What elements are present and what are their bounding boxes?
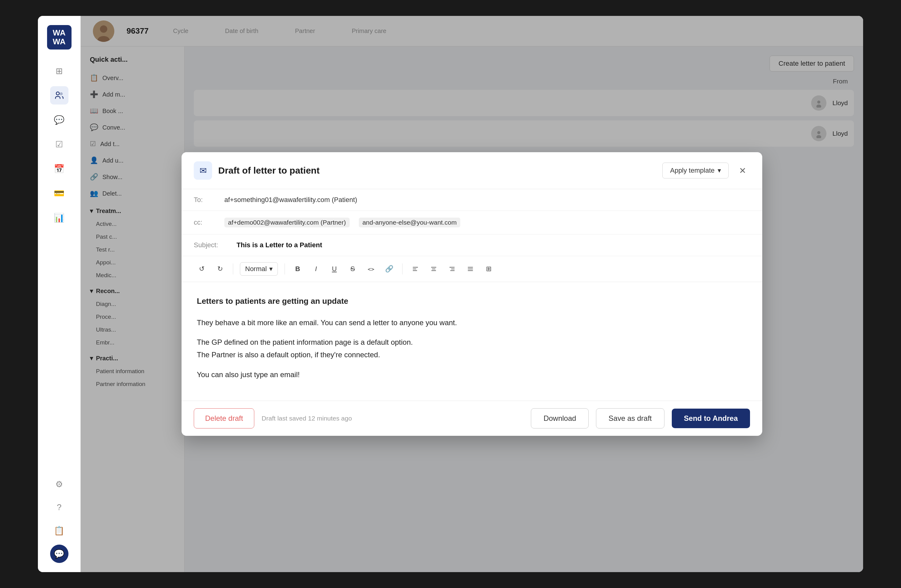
chat-button[interactable]: 💬: [50, 544, 69, 563]
to-field-row: To: af+something01@wawafertility.com (Pa…: [182, 189, 762, 211]
letter-icon: ✉: [194, 161, 212, 180]
undo-button[interactable]: ↺: [194, 261, 210, 277]
editor-paragraph-3: You can also just type an email!: [197, 368, 747, 381]
bold-button[interactable]: B: [290, 261, 306, 277]
style-label: Normal: [245, 265, 267, 273]
main-area: 96377 Cycle Date of birth Partner Primar…: [81, 16, 863, 572]
modal-footer: Delete draft Draft last saved 12 minutes…: [182, 401, 762, 436]
align-right-button[interactable]: [444, 261, 460, 277]
draft-saved-status: Draft last saved 12 minutes ago: [262, 415, 524, 422]
underline-button[interactable]: U: [326, 261, 342, 277]
app-logo: WA WA: [47, 25, 72, 50]
modal-overlay: ✉ Draft of letter to patient Apply templ…: [81, 16, 863, 572]
delete-draft-button[interactable]: Delete draft: [194, 408, 254, 429]
cc-field-row: cc: af+demo002@wawafertility.com (Partne…: [182, 211, 762, 234]
sidebar-icon-reports[interactable]: 📊: [50, 208, 69, 227]
sidebar-icon-users[interactable]: [50, 86, 69, 104]
align-center-button[interactable]: [426, 261, 442, 277]
cc-label: cc:: [194, 218, 218, 226]
sidebar-icon-settings[interactable]: ⚙: [50, 475, 69, 493]
modal-title: Draft of letter to patient: [218, 165, 656, 176]
sidebar-icon-card[interactable]: 💳: [50, 184, 69, 202]
editor-paragraph-2: The GP defined on the patient informatio…: [197, 336, 747, 361]
envelope-icon: ✉: [200, 165, 207, 176]
toolbar-divider: [233, 264, 233, 275]
sidebar-icon-tasks[interactable]: ☑: [50, 135, 69, 153]
to-label: To:: [194, 196, 218, 204]
download-button[interactable]: Download: [531, 408, 589, 429]
save-draft-button[interactable]: Save as draft: [596, 408, 664, 429]
strikethrough-button[interactable]: S: [345, 261, 361, 277]
subject-label: Subject:: [194, 241, 231, 249]
link-button[interactable]: 🔗: [382, 261, 398, 277]
sidebar-icon-dashboard[interactable]: ⊞: [50, 62, 69, 80]
table-button[interactable]: ⊞: [481, 261, 497, 277]
apply-template-label: Apply template: [670, 167, 715, 175]
send-button[interactable]: Send to Andrea: [672, 409, 750, 428]
align-left-button[interactable]: [407, 261, 423, 277]
sidebar: WA WA ⊞ 💬 ☑ 📅 💳 📊 ⚙ ? 📋 💬: [38, 16, 81, 572]
close-button[interactable]: ✕: [735, 163, 750, 178]
draft-letter-modal: ✉ Draft of letter to patient Apply templ…: [182, 152, 762, 435]
redo-button[interactable]: ↻: [212, 261, 228, 277]
chevron-down-icon: ▾: [718, 167, 721, 175]
chevron-down-icon: ▾: [269, 265, 273, 273]
editor-heading: Letters to patients are getting an updat…: [197, 294, 747, 308]
subject-value[interactable]: This is a Letter to a Patient: [237, 241, 322, 249]
sidebar-icon-help[interactable]: ?: [50, 498, 69, 516]
editor-body[interactable]: Letters to patients are getting an updat…: [182, 282, 762, 400]
editor-toolbar: ↺ ↻ Normal ▾ B I U S <> 🔗: [182, 256, 762, 282]
editor-paragraph-1: They behave a bit more like an email. Yo…: [197, 317, 747, 329]
subject-row: Subject: This is a Letter to a Patient: [182, 234, 762, 256]
cc-value-1[interactable]: af+demo002@wawafertility.com (Partner): [224, 218, 350, 228]
to-value[interactable]: af+something01@wawafertility.com (Patien…: [224, 196, 357, 204]
toolbar-divider: [402, 264, 402, 275]
sidebar-icon-chat[interactable]: 💬: [50, 111, 69, 129]
sidebar-icon-clipboard[interactable]: 📋: [50, 521, 69, 540]
italic-button[interactable]: I: [308, 261, 324, 277]
text-style-selector[interactable]: Normal ▾: [240, 262, 278, 276]
apply-template-button[interactable]: Apply template ▾: [662, 162, 729, 178]
cc-value-2[interactable]: and-anyone-else@you-want.com: [359, 218, 460, 228]
code-button[interactable]: <>: [363, 261, 379, 277]
svg-point-0: [56, 92, 59, 95]
modal-header: ✉ Draft of letter to patient Apply templ…: [182, 152, 762, 189]
align-justify-button[interactable]: [462, 261, 478, 277]
sidebar-icon-calendar[interactable]: 📅: [50, 159, 69, 178]
